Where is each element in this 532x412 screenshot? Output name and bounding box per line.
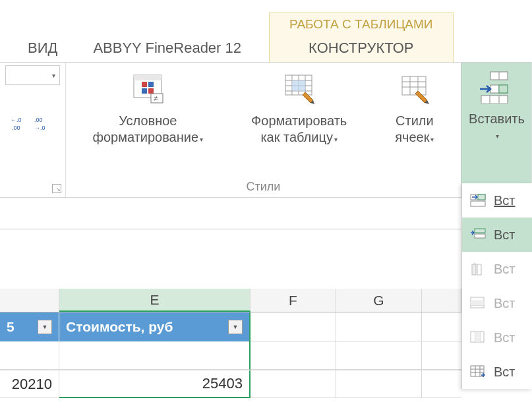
chevron-down-icon: ▾ <box>334 136 338 144</box>
ribbon-group-styles: ≠ Условное форматирование ▾ <box>66 63 461 197</box>
insert-sheet-columns-icon <box>469 330 487 345</box>
svg-rect-35 <box>478 194 485 200</box>
column-header-h-partial[interactable] <box>422 289 461 312</box>
format-as-table-label-2: как таблицу <box>260 130 333 144</box>
table-header-row: 5 ▼ Стоимость, руб ▼ <box>0 312 461 341</box>
svg-rect-47 <box>475 332 480 342</box>
ribbon-group-cells-insert: Вставить ▾ <box>461 63 532 197</box>
cell-styles-label-2: ячеек <box>395 130 429 144</box>
insert-sheet-menu-item[interactable]: Вст <box>462 355 532 389</box>
cell-styles-label-1: Стили <box>396 113 434 128</box>
insert-table-columns-left-menu-item: Вст <box>462 252 532 286</box>
insert-split-button[interactable]: Вставить ▾ <box>467 65 526 142</box>
svg-rect-8 <box>142 88 147 94</box>
conditional-formatting-icon: ≠ <box>129 71 166 107</box>
cell[interactable] <box>336 341 422 370</box>
decrease-decimal-icon: .00 →.0 <box>34 115 50 131</box>
svg-rect-39 <box>477 264 481 275</box>
decrease-decimal-button[interactable]: .00 →.0 <box>34 115 50 131</box>
insert-row-above-icon <box>469 227 487 243</box>
svg-rect-36 <box>475 229 485 233</box>
svg-rect-6 <box>142 82 147 87</box>
worksheet-area: E F G 5 ▼ Стоимость, руб ▼ 20210 25403 <box>0 211 461 398</box>
insert-table-rows-above-menu-item[interactable]: Вст <box>462 218 532 252</box>
svg-rect-34 <box>471 201 485 206</box>
column-header-f[interactable]: F <box>251 289 336 312</box>
cell[interactable] <box>59 341 251 370</box>
cell-styles-button[interactable]: Стили ячеек ▾ <box>392 68 436 148</box>
insert-cells-icon <box>479 71 516 107</box>
table-header-d-text: 5 <box>7 319 15 335</box>
svg-text:←.0: ←.0 <box>11 117 22 123</box>
chevron-down-icon: ▾ <box>496 132 499 140</box>
number-group-label <box>5 194 60 196</box>
svg-rect-5 <box>134 75 162 80</box>
table-row: 20210 25403 <box>0 370 461 398</box>
svg-rect-19 <box>292 80 305 91</box>
cell[interactable] <box>251 370 336 398</box>
tab-view[interactable]: ВИД <box>20 36 65 62</box>
insert-cells-menu-item[interactable]: Вст <box>462 183 532 218</box>
menu-item-label: Вст <box>494 262 516 277</box>
cell[interactable] <box>251 341 336 370</box>
svg-rect-29 <box>499 85 508 93</box>
ribbon-tabs: ВИД ABBYY FineReader 12 РАБОТА С ТАБЛИЦА… <box>0 0 532 63</box>
cell[interactable] <box>0 341 59 370</box>
menu-item-label: Вст <box>494 365 516 380</box>
cell[interactable] <box>422 370 461 398</box>
table-header-cell-e[interactable]: Стоимость, руб ▼ <box>59 312 251 341</box>
menu-item-label: Вст <box>494 330 516 345</box>
conditional-formatting-label-1: Условное <box>119 113 177 128</box>
menu-item-label: Вст <box>494 193 516 208</box>
chevron-down-icon: ▾ <box>200 136 203 144</box>
cell[interactable] <box>336 312 422 341</box>
svg-text:.00: .00 <box>34 117 43 123</box>
styles-group-label: Стили <box>71 180 456 196</box>
increase-decimal-icon: ←.0 .00 <box>11 115 26 131</box>
svg-rect-43 <box>471 301 484 305</box>
tab-abbyy-finereader[interactable]: ABBYY FineReader 12 <box>85 36 249 62</box>
chevron-down-icon: ▾ <box>430 136 434 144</box>
conditional-formatting-label-2: форматирование <box>93 130 199 144</box>
svg-text:.00: .00 <box>12 125 20 131</box>
format-as-table-label-1: Форматировать <box>251 113 347 128</box>
number-format-dropdown[interactable]: ▾ <box>5 65 60 85</box>
cell[interactable] <box>336 370 422 398</box>
menu-item-label: Вст <box>494 227 516 243</box>
cell-e[interactable]: 25403 <box>59 370 251 398</box>
insert-cells-shift-icon <box>469 192 487 208</box>
svg-text:≠: ≠ <box>154 94 158 102</box>
svg-rect-38 <box>472 264 476 275</box>
context-tab-group: РАБОТА С ТАБЛИЦАМИ КОНСТРУКТОР <box>269 13 454 62</box>
svg-text:→.0: →.0 <box>34 125 45 131</box>
svg-rect-37 <box>475 234 485 238</box>
filter-button[interactable]: ▼ <box>38 320 52 334</box>
cell[interactable] <box>251 312 336 341</box>
insert-sheet-rows-icon <box>469 295 487 311</box>
svg-rect-30 <box>481 96 508 103</box>
cell-styles-icon <box>396 71 433 107</box>
cell-d[interactable]: 20210 <box>0 370 59 398</box>
column-header-d-partial[interactable] <box>0 289 59 312</box>
cell[interactable] <box>422 341 461 370</box>
cell[interactable] <box>422 312 461 341</box>
increase-decimal-button[interactable]: ←.0 .00 <box>11 115 26 131</box>
column-header-e[interactable]: E <box>59 289 251 312</box>
format-as-table-button[interactable]: Форматировать как таблицу ▾ <box>249 68 349 148</box>
menu-item-label: Вст <box>494 296 516 311</box>
ribbon: ▾ ←.0 .00 .00 →.0 ↘ <box>0 63 532 198</box>
insert-sheet-rows-menu-item: Вст <box>462 286 532 320</box>
filter-button[interactable]: ▼ <box>228 320 243 334</box>
format-as-table-icon <box>281 71 318 107</box>
conditional-formatting-button[interactable]: ≠ Условное форматирование ▾ <box>90 68 206 148</box>
svg-rect-9 <box>148 88 154 94</box>
insert-dropdown-menu: Вст Вст Вст Вст Вст Вст <box>461 183 532 389</box>
table-header-cell-d[interactable]: 5 ▼ <box>0 312 59 341</box>
table-header-e-text: Стоимость, руб <box>66 319 173 335</box>
svg-rect-7 <box>148 82 154 87</box>
number-group-launcher[interactable]: ↘ <box>52 184 61 193</box>
insert-sheet-columns-menu-item: Вст <box>462 320 532 355</box>
column-header-g[interactable]: G <box>336 289 422 312</box>
tab-table-design[interactable]: КОНСТРУКТОР <box>269 36 454 62</box>
table-row <box>0 341 461 370</box>
